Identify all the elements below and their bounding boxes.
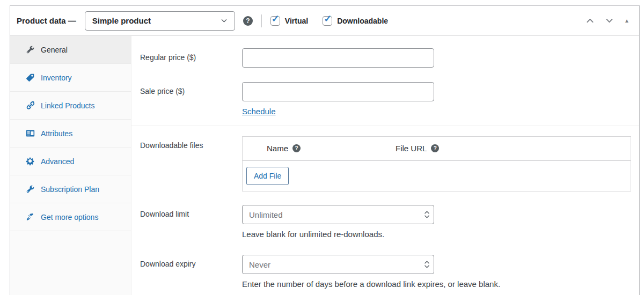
help-icon[interactable]: ? bbox=[243, 16, 253, 26]
download-expiry-input[interactable] bbox=[242, 255, 434, 274]
section-divider bbox=[131, 126, 639, 126]
product-type-select[interactable]: Simple product bbox=[85, 11, 235, 31]
tab-label: Inventory bbox=[41, 73, 72, 82]
tab-linked-products[interactable]: Linked Products bbox=[10, 92, 131, 120]
page-title: Product data — bbox=[17, 16, 76, 25]
download-expiry-label: Download expiry bbox=[140, 255, 242, 268]
column-header-name: Name bbox=[267, 144, 288, 153]
downloadable-files-table: Name ? File URL ? Add File bbox=[242, 136, 631, 191]
check-icon: ✓ bbox=[324, 14, 332, 24]
tab-label: Attributes bbox=[41, 129, 72, 138]
link-icon bbox=[26, 101, 35, 110]
download-limit-input[interactable] bbox=[242, 205, 434, 224]
downloadable-checkbox[interactable]: ✓ bbox=[323, 16, 332, 26]
move-up-button[interactable] bbox=[586, 16, 595, 25]
download-limit-label: Download limit bbox=[140, 205, 242, 218]
help-icon[interactable]: ? bbox=[292, 144, 301, 152]
tab-get-more-options[interactable]: Get more options bbox=[10, 203, 131, 231]
gear-icon bbox=[26, 157, 35, 166]
virtual-checkbox-group[interactable]: ✓ Virtual bbox=[270, 16, 308, 26]
wrench-icon bbox=[26, 185, 35, 194]
column-header-file-url: File URL bbox=[396, 144, 427, 153]
downloadable-files-row: Downloadable files Name ? File URL ? bbox=[140, 136, 633, 191]
index-card-icon bbox=[26, 129, 35, 138]
downloadable-checkbox-group[interactable]: ✓ Downloadable bbox=[323, 16, 388, 26]
downloadable-checkbox-label: Downloadable bbox=[337, 17, 388, 25]
regular-price-label: Regular price ($) bbox=[140, 48, 242, 62]
product-type-value: Simple product bbox=[92, 16, 151, 25]
tab-label: General bbox=[41, 46, 68, 54]
metabox-controls: ▲ bbox=[586, 16, 632, 25]
sale-price-label: Sale price ($) bbox=[140, 82, 242, 95]
files-table-header: Name ? File URL ? bbox=[243, 137, 631, 161]
tab-label: Subscription Plan bbox=[41, 185, 99, 194]
tab-label: Linked Products bbox=[41, 101, 94, 110]
download-expiry-row: Download expiry Enter the number of days… bbox=[140, 255, 633, 289]
metabox-body: General Inventory Linked Products bbox=[10, 36, 639, 295]
download-limit-help: Leave blank for unlimited re-downloads. bbox=[242, 230, 633, 239]
wrench-icon bbox=[26, 45, 35, 54]
sale-price-input[interactable] bbox=[242, 82, 434, 101]
product-data-tabs: General Inventory Linked Products bbox=[10, 36, 131, 295]
download-limit-row: Download limit Leave blank for unlimited… bbox=[140, 205, 633, 239]
tab-inventory[interactable]: Inventory bbox=[10, 64, 131, 92]
number-stepper-icon[interactable] bbox=[425, 261, 429, 268]
tab-general[interactable]: General bbox=[10, 36, 131, 64]
schedule-link[interactable]: Schedule bbox=[242, 107, 276, 116]
regular-price-row: Regular price ($) bbox=[140, 48, 633, 68]
virtual-checkbox-label: Virtual bbox=[285, 17, 308, 25]
tab-label: Get more options bbox=[41, 213, 98, 222]
metabox-header: Product data — Simple product ? ✓ Virtua… bbox=[10, 6, 639, 36]
virtual-checkbox[interactable]: ✓ bbox=[270, 16, 280, 26]
add-file-button[interactable]: Add File bbox=[246, 167, 289, 185]
tag-icon bbox=[26, 73, 35, 82]
regular-price-input[interactable] bbox=[242, 48, 434, 68]
number-stepper-icon[interactable] bbox=[425, 211, 429, 218]
files-table-footer: Add File bbox=[243, 161, 631, 191]
general-tab-panel: Regular price ($) Sale price ($) Schedul… bbox=[131, 36, 639, 295]
product-data-metabox: Product data — Simple product ? ✓ Virtua… bbox=[10, 5, 640, 295]
download-expiry-help: Enter the number of days before a downlo… bbox=[242, 279, 633, 289]
plug-icon bbox=[26, 212, 35, 222]
header-divider bbox=[261, 14, 262, 27]
check-icon: ✓ bbox=[272, 14, 280, 24]
sale-price-row: Sale price ($) Schedule bbox=[140, 82, 633, 116]
chevron-down-icon bbox=[220, 17, 228, 25]
help-icon[interactable]: ? bbox=[431, 144, 439, 152]
toggle-panel-button[interactable]: ▲ bbox=[624, 18, 630, 24]
tab-label: Advanced bbox=[41, 157, 74, 166]
tab-advanced[interactable]: Advanced bbox=[10, 148, 131, 175]
downloadable-files-label: Downloadable files bbox=[140, 136, 242, 150]
move-down-button[interactable] bbox=[605, 16, 614, 25]
tab-subscription-plan[interactable]: Subscription Plan bbox=[10, 175, 131, 203]
tab-attributes[interactable]: Attributes bbox=[10, 120, 131, 148]
